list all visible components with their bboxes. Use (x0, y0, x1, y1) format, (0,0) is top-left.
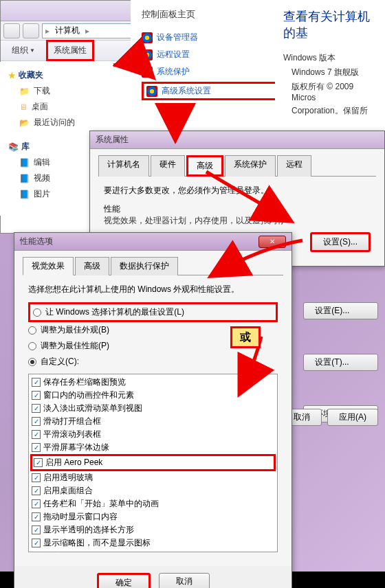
ok-button[interactable]: 确定 (97, 573, 151, 588)
sidebar-recent[interactable]: 📂 最近访问的 (6, 115, 118, 131)
videos-label: 视频 (34, 172, 50, 184)
system-properties-button[interactable]: 系统属性 (46, 40, 94, 61)
settings-s-button[interactable]: 设置(S)... (310, 232, 371, 252)
sidebar-downloads[interactable]: 📁 下载 (6, 83, 118, 99)
tab-dep[interactable]: 数据执行保护 (111, 257, 178, 275)
libraries-label: 库 (21, 141, 30, 152)
chevron-right-icon: ▸ (45, 26, 50, 36)
checkbox-icon[interactable] (32, 499, 41, 508)
radio-icon (28, 358, 36, 366)
shield-icon (142, 67, 153, 78)
checkbox-icon[interactable] (32, 417, 41, 426)
radio-custom[interactable]: 自定义(C): (28, 354, 278, 370)
perf-label: 性能 (104, 203, 371, 215)
chevron-right-icon: ▸ (85, 26, 89, 36)
checkbox-icon[interactable] (32, 443, 41, 452)
radio-custom-label: 自定义(C): (41, 356, 79, 368)
check-row[interactable]: 显示半透明的选择长方形 (30, 523, 276, 536)
checkbox-icon[interactable] (32, 473, 41, 482)
radio-let-windows-label: 让 Windows 选择计算机的最佳设置(L) (45, 306, 184, 318)
check-row[interactable]: 滑动打开组合框 (30, 415, 276, 428)
breadcrumb-computer[interactable]: 计算机 (51, 23, 84, 38)
desktop-icon: 🖥 (19, 102, 28, 112)
admin-note: 要进行大多数更改，您必须作为管理员登录。 (104, 185, 371, 196)
checkbox-icon[interactable] (32, 552, 41, 552)
checkbox-icon[interactable] (32, 539, 41, 547)
tab-visual-effects[interactable]: 视觉效果 (23, 257, 74, 275)
checkbox-icon[interactable] (32, 378, 41, 387)
check-label: 任务栏和「开始」菜单中的动画 (43, 498, 159, 510)
library-item-icon: 📘 (19, 158, 30, 168)
check-row[interactable]: 在窗口和按钮上使用视觉样式 (30, 550, 276, 552)
check-row[interactable]: 窗口内的动画控件和元素 (30, 389, 276, 402)
radio-icon (28, 326, 36, 335)
recent-icon: 📂 (19, 118, 30, 128)
organize-menu[interactable]: 组织 ▼ (6, 42, 41, 59)
check-row[interactable]: 任务栏和「开始」菜单中的动画 (30, 497, 276, 510)
perfopts-tabs: 视觉效果 高级 数据执行保护 (23, 256, 283, 275)
settings-t-button[interactable]: 设置(T)... (303, 354, 378, 371)
check-row[interactable]: 拖动时显示窗口内容 (30, 510, 276, 523)
forward-button[interactable] (23, 23, 39, 38)
checkbox-icon[interactable] (32, 525, 41, 534)
checkbox-icon[interactable] (32, 391, 41, 400)
check-label: 启用 Aero Peek (45, 457, 102, 468)
check-row[interactable]: 启用 Aero Peek (30, 454, 276, 471)
checkbox-icon[interactable] (32, 430, 41, 439)
checkbox-icon[interactable] (32, 512, 41, 521)
tab-protection[interactable]: 系统保护 (225, 155, 276, 177)
perfopts-title: 性能选项 (20, 236, 53, 247)
library-item-icon: 📘 (19, 174, 30, 183)
sysprops-titlebar[interactable]: 系统属性 (90, 131, 384, 149)
check-label: 在窗口和按钮上使用视觉样式 (43, 550, 151, 552)
radio-let-windows[interactable]: 让 Windows 选择计算机的最佳设置(L) (28, 302, 278, 322)
check-label: 平滑滚动列表框 (43, 429, 101, 440)
chevron-down-icon: ▼ (30, 47, 35, 54)
perfopts-titlebar[interactable]: 性能选项 ✕ (14, 233, 292, 251)
cp-device-label: 设备管理器 (157, 32, 198, 43)
sidebar-favorites-header[interactable]: ★ 收藏夹 (6, 67, 118, 83)
radio-icon (28, 342, 36, 350)
checkbox-icon[interactable] (32, 404, 41, 413)
videos-edit-label: 编辑 (34, 157, 50, 168)
info-corp: Corporation。保留所 (283, 105, 377, 117)
checkbox-icon[interactable] (32, 486, 41, 495)
settings-e-button[interactable]: 设置(E)... (303, 302, 378, 319)
check-row[interactable]: 保存任务栏缩略图预览 (30, 376, 276, 389)
check-row[interactable]: 淡入淡出或滑动菜单到视图 (30, 402, 276, 415)
close-button[interactable]: ✕ (258, 236, 286, 248)
sysprops-tabs: 计算机名 硬件 高级 系统保护 远程 (98, 155, 376, 177)
check-row[interactable]: 启用透明玻璃 (30, 471, 276, 484)
check-row[interactable]: 平滑屏幕字体边缘 (30, 441, 276, 454)
sidebar-desktop[interactable]: 🖥 桌面 (6, 99, 118, 115)
check-row[interactable]: 平滑滚动列表框 (30, 428, 276, 441)
folder-icon: 📁 (19, 87, 30, 96)
perfopts-buttons: 确定 取消 (14, 566, 292, 588)
star-icon: ★ (8, 71, 16, 80)
info-edition: Windows 7 旗舰版 (283, 67, 377, 78)
sidebar-favorites-group: ★ 收藏夹 📁 下载 🖥 桌面 📂 最近访问的 (6, 67, 118, 131)
check-label: 淡入淡出或滑动菜单到视图 (43, 403, 142, 414)
tab-hardware[interactable]: 硬件 (151, 155, 185, 177)
visual-effects-list[interactable]: 保存任务栏缩略图预览窗口内的动画控件和元素淡入淡出或滑动菜单到视图滑动打开组合框… (28, 374, 278, 552)
tab-advanced[interactable]: 高级 (186, 155, 223, 177)
tab-remote[interactable]: 远程 (277, 155, 311, 177)
shield-icon (142, 32, 153, 43)
checkbox-icon[interactable] (34, 458, 43, 467)
favorites-label: 收藏夹 (19, 69, 43, 81)
pictures-label: 图片 (34, 188, 50, 200)
check-row[interactable]: 显示缩略图，而不是显示图标 (30, 536, 276, 550)
cp-protection-label: 系统保护 (157, 66, 190, 78)
shield-icon (146, 86, 157, 97)
check-label: 显示半透明的选择长方形 (43, 524, 134, 536)
tab-computer-name[interactable]: 计算机名 (98, 155, 149, 177)
cancel-button[interactable]: 取消 (159, 573, 210, 588)
back-button[interactable] (3, 23, 20, 38)
check-label: 启用透明玻璃 (43, 472, 93, 484)
perfopts-desc: 选择您想在此计算机上使用的 Windows 外观和性能设置。 (28, 284, 278, 295)
check-row[interactable]: 启用桌面组合 (30, 484, 276, 497)
sysprops-apply-button[interactable]: 应用(A) (327, 409, 378, 426)
performance-options-dialog: 性能选项 ✕ 视觉效果 高级 数据执行保护 选择您想在此计算机上使用的 Wind… (14, 232, 292, 588)
radio-appearance-label: 调整为最佳外观(B) (41, 324, 109, 336)
tab-perf-advanced[interactable]: 高级 (75, 257, 109, 275)
